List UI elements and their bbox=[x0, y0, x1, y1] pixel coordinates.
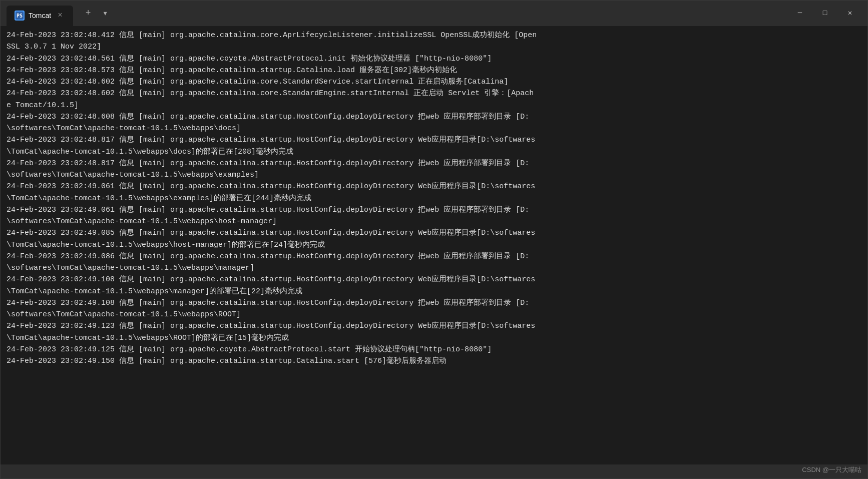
log-line: \TomCat\apache-tomcat-10.1.5\webapps\ROO… bbox=[7, 332, 861, 344]
log-line: 24-Feb-2023 23:02:48.412 信息 [main] org.a… bbox=[7, 30, 861, 41]
log-line: \TomCat\apache-tomcat-10.1.5\webapps\exa… bbox=[7, 193, 861, 204]
log-line: \softwares\TomCat\apache-tomcat-10.1.5\w… bbox=[7, 309, 861, 320]
title-bar: PS Tomcat × + ▾ ─ □ ✕ bbox=[1, 1, 867, 26]
tab-title: Tomcat bbox=[29, 12, 51, 20]
terminal-output[interactable]: 24-Feb-2023 23:02:48.412 信息 [main] org.a… bbox=[1, 26, 867, 464]
log-line: 24-Feb-2023 23:02:48.561 信息 [main] org.a… bbox=[7, 53, 861, 65]
log-line: \TomCat\apache-tomcat-10.1.5\webapps\hos… bbox=[7, 239, 861, 251]
log-line: \softwares\TomCat\apache-tomcat-10.1.5\w… bbox=[7, 216, 861, 227]
terminal-window: PS Tomcat × + ▾ ─ □ ✕ 24-Feb-2023 23:02:… bbox=[0, 0, 868, 479]
log-line: 24-Feb-2023 23:02:49.061 信息 [main] org.a… bbox=[7, 181, 861, 192]
log-line: 24-Feb-2023 23:02:48.817 信息 [main] org.a… bbox=[7, 158, 861, 169]
log-line: 24-Feb-2023 23:02:49.150 信息 [main] org.a… bbox=[7, 355, 861, 367]
log-line: 24-Feb-2023 23:02:48.573 信息 [main] org.a… bbox=[7, 65, 861, 76]
log-line: \TomCat\apache-tomcat-10.1.5\webapps\man… bbox=[7, 286, 861, 297]
new-tab-button[interactable]: + bbox=[81, 6, 95, 20]
svg-text:PS: PS bbox=[17, 13, 23, 19]
dropdown-button[interactable]: ▾ bbox=[98, 6, 112, 20]
log-line: 24-Feb-2023 23:02:48.608 信息 [main] org.a… bbox=[7, 111, 861, 123]
watermark: CSDN @一只大喵咕 bbox=[802, 465, 861, 474]
tab-close-button[interactable]: × bbox=[55, 11, 65, 21]
log-line: 24-Feb-2023 23:02:48.602 信息 [main] org.a… bbox=[7, 88, 861, 99]
log-line: 24-Feb-2023 23:02:49.108 信息 [main] org.a… bbox=[7, 274, 861, 285]
restore-button[interactable]: □ bbox=[813, 5, 836, 21]
title-bar-left: PS Tomcat × + ▾ bbox=[7, 1, 788, 26]
toolbar-buttons: + ▾ bbox=[81, 6, 112, 20]
minimize-button[interactable]: ─ bbox=[788, 5, 811, 21]
log-line: 24-Feb-2023 23:02:49.086 信息 [main] org.a… bbox=[7, 251, 861, 262]
log-line: \TomCat\apache-tomcat-10.1.5\webapps\doc… bbox=[7, 146, 861, 158]
close-button[interactable]: ✕ bbox=[838, 5, 861, 21]
log-line: \softwares\TomCat\apache-tomcat-10.1.5\w… bbox=[7, 123, 861, 134]
log-line: 24-Feb-2023 23:02:49.125 信息 [main] org.a… bbox=[7, 344, 861, 355]
log-line: SSL 3.0.7 1 Nov 2022] bbox=[7, 41, 861, 53]
status-bar: CSDN @一只大喵咕 bbox=[1, 464, 867, 478]
app-icon: PS bbox=[15, 11, 25, 21]
log-line: e Tomcat/10.1.5] bbox=[7, 100, 861, 111]
log-line: 24-Feb-2023 23:02:49.108 信息 [main] org.a… bbox=[7, 297, 861, 309]
active-tab[interactable]: PS Tomcat × bbox=[7, 6, 73, 26]
log-line: 24-Feb-2023 23:02:49.085 信息 [main] org.a… bbox=[7, 227, 861, 239]
log-line: 24-Feb-2023 23:02:48.817 信息 [main] org.a… bbox=[7, 134, 861, 146]
window-controls: ─ □ ✕ bbox=[788, 5, 861, 21]
log-line: \softwares\TomCat\apache-tomcat-10.1.5\w… bbox=[7, 262, 861, 274]
log-line: 24-Feb-2023 23:02:48.602 信息 [main] org.a… bbox=[7, 76, 861, 88]
log-line: 24-Feb-2023 23:02:49.061 信息 [main] org.a… bbox=[7, 204, 861, 216]
log-line: 24-Feb-2023 23:02:49.123 信息 [main] org.a… bbox=[7, 320, 861, 332]
log-line: \softwares\TomCat\apache-tomcat-10.1.5\w… bbox=[7, 169, 861, 181]
